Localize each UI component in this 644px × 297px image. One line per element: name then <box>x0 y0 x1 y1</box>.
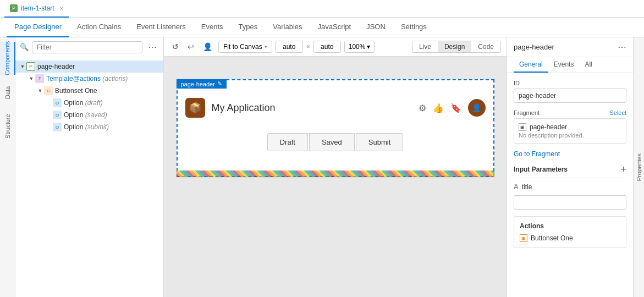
app-title: My Application <box>212 102 412 114</box>
buttonset-area: Draft Saved Submit <box>177 124 494 160</box>
structure-toolbar: 🔍 ⋯ <box>15 37 163 57</box>
page-header-tag-text: page-header <box>181 81 215 87</box>
tab-types[interactable]: Types <box>231 18 266 37</box>
app-icon: 📦 <box>185 98 205 118</box>
option-icon: O <box>53 111 62 119</box>
tab-event-listeners[interactable]: Event Listeners <box>129 18 194 37</box>
gear-icon[interactable]: ⚙ <box>419 103 426 113</box>
tree-arrow: ▼ <box>36 88 44 94</box>
main-layout: Components Data Structure 🔍 ⋯ ▼ P page-h… <box>0 37 644 297</box>
app-toolbar-icons: ⚙ 👍 🔖 👤 <box>419 99 486 117</box>
tab-javascript[interactable]: JavaScript <box>310 18 359 37</box>
properties-label[interactable]: Properties <box>636 153 642 181</box>
go-to-fragment-link[interactable]: Go to Fragment <box>514 150 626 158</box>
id-field-row: ID <box>514 80 626 103</box>
fragment-name: ▣ page-header <box>519 123 621 131</box>
param-row-title: A title <box>514 183 626 191</box>
fragment-select-button[interactable]: Select <box>609 109 626 116</box>
components-label: Components <box>4 41 10 75</box>
option-icon: O <box>53 123 62 131</box>
right-panel-more-button[interactable]: ⋯ <box>618 42 626 52</box>
structure-more-button[interactable]: ⋯ <box>146 41 159 53</box>
sidebar-item-structure[interactable]: Structure <box>0 110 15 143</box>
canvas-bottom-strip <box>177 170 494 177</box>
right-tab-events[interactable]: Events <box>548 57 580 73</box>
action-icon: ▣ <box>520 234 527 242</box>
zoom-arrow: ▾ <box>367 43 370 51</box>
tree-label: Option (submit) <box>64 123 109 131</box>
tab-page-designer[interactable]: Page Designer <box>7 18 69 37</box>
right-panel-header: page-header ⋯ <box>507 37 633 57</box>
fragment-name-text: page-header <box>530 123 567 131</box>
param-name: title <box>522 183 532 191</box>
refresh-button[interactable]: ↺ <box>169 41 181 53</box>
sidebar-item-data[interactable]: Data <box>0 76 15 109</box>
btn-saved[interactable]: Saved <box>309 133 355 151</box>
fit-to-canvas-dropdown[interactable]: Fit to Canvas ▾ <box>218 41 272 53</box>
btn-draft[interactable]: Draft <box>267 133 308 151</box>
tab-name: item-1-start <box>21 4 54 12</box>
title-input[interactable] <box>514 195 626 210</box>
input-params-section: Input Parameters + <box>514 164 626 178</box>
code-button[interactable]: Code <box>471 41 500 52</box>
tree-row-option-submit[interactable]: O Option (submit) <box>15 121 163 133</box>
sidebar-item-components[interactable]: Components <box>0 42 15 75</box>
user-button[interactable]: 👤 <box>200 41 215 53</box>
app-header: 📦 My Application ⚙ 👍 🔖 👤 <box>177 91 494 124</box>
back-button[interactable]: ↩ <box>185 41 197 53</box>
fragment-desc: No description provided. <box>519 132 621 139</box>
structure-panel: 🔍 ⋯ ▼ P page-header ▼ T Template@actions… <box>15 37 164 297</box>
tab-close-icon[interactable]: × <box>60 5 63 12</box>
tab-page-icon: P <box>10 4 18 12</box>
action-item-buttonset: ▣ Buttonset One <box>520 234 620 242</box>
tab-json[interactable]: JSON <box>359 18 393 37</box>
height-input[interactable] <box>313 41 341 53</box>
design-button[interactable]: Design <box>438 41 471 52</box>
tab-variables[interactable]: Variables <box>265 18 310 37</box>
param-type-icon: A <box>514 183 519 191</box>
tab-events[interactable]: Events <box>194 18 231 37</box>
right-tab-all[interactable]: All <box>579 57 597 73</box>
tab-action-chains[interactable]: Action Chains <box>69 18 129 37</box>
tree-area: ▼ P page-header ▼ T Template@actions (ac… <box>15 57 163 297</box>
fragment-icon: ▣ <box>519 123 526 131</box>
right-tab-general[interactable]: General <box>514 57 548 73</box>
fit-dropdown-arrow: ▾ <box>265 44 267 50</box>
buttonset-icon: B <box>44 86 53 95</box>
bookmark-icon[interactable]: 🔖 <box>450 103 461 113</box>
canvas-area: ↺ ↩ 👤 Fit to Canvas ▾ × 100% ▾ Live Desi… <box>164 37 507 297</box>
tree-row-option-draft[interactable]: O Option (draft) <box>15 97 163 109</box>
tree-row-option-saved[interactable]: O Option (saved) <box>15 109 163 121</box>
actions-title: Actions <box>520 222 620 230</box>
add-param-button[interactable]: + <box>620 164 626 174</box>
tab-settings[interactable]: Settings <box>393 18 434 37</box>
filter-input[interactable] <box>32 41 142 53</box>
tree-arrow: ▼ <box>27 76 35 81</box>
btn-submit[interactable]: Submit <box>356 133 403 151</box>
fragment-row: Fragment Select <box>514 109 626 116</box>
fit-label: Fit to Canvas <box>223 43 262 51</box>
live-button[interactable]: Live <box>412 41 438 52</box>
tree-label: Template@actions (actions) <box>46 75 128 82</box>
canvas-frame: page-header ✎ 📦 My Application ⚙ 👍 🔖 👤 <box>176 79 495 178</box>
title-field-row <box>514 195 626 210</box>
tree-row-buttonset[interactable]: ▼ B Buttonset One <box>15 85 163 97</box>
template-icon: T <box>35 74 44 83</box>
sidebar-icons: Components Data Structure <box>0 37 15 297</box>
id-input[interactable] <box>514 89 626 103</box>
right-panel-tabs: General Events All <box>507 57 633 73</box>
tree-label: Option (draft) <box>64 99 103 107</box>
tab-bar: P item-1-start × <box>0 0 644 18</box>
tree-row-template[interactable]: ▼ T Template@actions (actions) <box>15 73 163 85</box>
page-header-label-tag: page-header ✎ <box>177 79 227 89</box>
thumb-icon[interactable]: 👍 <box>433 103 444 113</box>
right-panel: page-header ⋯ General Events All ID Frag… <box>507 37 633 297</box>
edit-icon[interactable]: ✎ <box>217 80 222 87</box>
zoom-control[interactable]: 100% ▾ <box>344 41 375 53</box>
action-name: Buttonset One <box>531 234 573 242</box>
structure-label: Structure <box>4 114 11 139</box>
fragment-field-row: Fragment Select ▣ page-header No descrip… <box>514 109 626 158</box>
tab-item[interactable]: P item-1-start × <box>4 0 69 18</box>
width-input[interactable] <box>276 41 303 53</box>
tree-row-page-header[interactable]: ▼ P page-header <box>15 61 163 73</box>
